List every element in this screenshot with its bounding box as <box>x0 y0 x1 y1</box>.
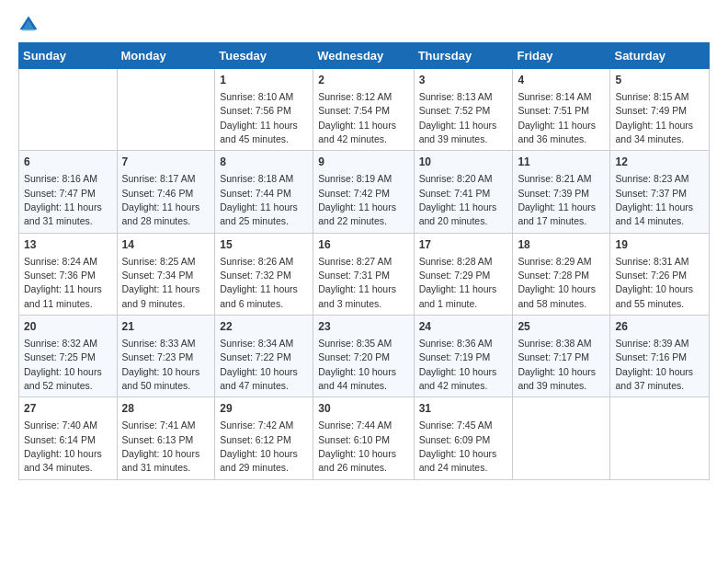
day-number: 2 <box>318 73 408 88</box>
day-cell: 7Sunrise: 8:17 AM Sunset: 7:46 PM Daylig… <box>117 151 215 233</box>
day-number: 19 <box>615 237 704 253</box>
day-number: 12 <box>615 155 704 170</box>
day-number: 15 <box>220 237 308 253</box>
day-cell: 26Sunrise: 8:39 AM Sunset: 7:16 PM Dayli… <box>610 316 710 397</box>
day-number: 17 <box>419 237 508 253</box>
weekday-header-row: SundayMondayTuesdayWednesdayThursdayFrid… <box>19 43 710 69</box>
day-number: 14 <box>122 237 210 253</box>
header <box>18 15 710 35</box>
day-cell: 25Sunrise: 8:38 AM Sunset: 7:17 PM Dayli… <box>513 316 610 397</box>
day-cell <box>610 397 710 479</box>
day-number: 6 <box>24 155 112 170</box>
day-detail: Sunrise: 8:14 AM Sunset: 7:51 PM Dayligh… <box>518 91 596 144</box>
day-cell: 28Sunrise: 7:41 AM Sunset: 6:13 PM Dayli… <box>117 397 215 479</box>
day-number: 16 <box>318 237 408 253</box>
day-cell: 23Sunrise: 8:35 AM Sunset: 7:20 PM Dayli… <box>313 316 414 397</box>
day-cell <box>117 69 215 151</box>
day-cell: 22Sunrise: 8:34 AM Sunset: 7:22 PM Dayli… <box>215 316 313 397</box>
day-number: 30 <box>318 401 408 417</box>
week-row-4: 20Sunrise: 8:32 AM Sunset: 7:25 PM Dayli… <box>19 316 710 397</box>
day-detail: Sunrise: 8:18 AM Sunset: 7:44 PM Dayligh… <box>220 173 298 226</box>
day-cell: 21Sunrise: 8:33 AM Sunset: 7:23 PM Dayli… <box>117 316 215 397</box>
day-detail: Sunrise: 8:33 AM Sunset: 7:23 PM Dayligh… <box>122 338 200 391</box>
day-cell: 9Sunrise: 8:19 AM Sunset: 7:42 PM Daylig… <box>313 151 414 233</box>
day-detail: Sunrise: 8:31 AM Sunset: 7:26 PM Dayligh… <box>615 256 693 309</box>
day-detail: Sunrise: 8:23 AM Sunset: 7:37 PM Dayligh… <box>615 173 693 226</box>
day-number: 13 <box>24 237 112 253</box>
day-number: 18 <box>518 237 605 253</box>
day-detail: Sunrise: 8:38 AM Sunset: 7:17 PM Dayligh… <box>518 338 596 391</box>
weekday-monday: Monday <box>117 43 215 69</box>
day-detail: Sunrise: 7:44 AM Sunset: 6:10 PM Dayligh… <box>318 419 396 473</box>
day-number: 4 <box>518 73 605 88</box>
day-cell: 3Sunrise: 8:13 AM Sunset: 7:52 PM Daylig… <box>414 69 513 151</box>
day-number: 5 <box>615 73 704 88</box>
day-cell: 29Sunrise: 7:42 AM Sunset: 6:12 PM Dayli… <box>215 397 313 479</box>
logo-icon <box>18 15 39 35</box>
day-number: 7 <box>122 155 210 170</box>
day-detail: Sunrise: 8:20 AM Sunset: 7:41 PM Dayligh… <box>419 173 497 226</box>
day-cell: 24Sunrise: 8:36 AM Sunset: 7:19 PM Dayli… <box>414 316 513 397</box>
day-number: 27 <box>24 401 112 417</box>
week-row-5: 27Sunrise: 7:40 AM Sunset: 6:14 PM Dayli… <box>19 397 710 479</box>
day-cell: 27Sunrise: 7:40 AM Sunset: 6:14 PM Dayli… <box>19 397 118 479</box>
day-number: 23 <box>318 319 408 335</box>
day-detail: Sunrise: 8:16 AM Sunset: 7:47 PM Dayligh… <box>24 173 102 226</box>
day-cell: 12Sunrise: 8:23 AM Sunset: 7:37 PM Dayli… <box>610 151 710 233</box>
day-detail: Sunrise: 8:19 AM Sunset: 7:42 PM Dayligh… <box>318 173 396 226</box>
day-detail: Sunrise: 7:41 AM Sunset: 6:13 PM Dayligh… <box>122 419 200 473</box>
day-cell: 20Sunrise: 8:32 AM Sunset: 7:25 PM Dayli… <box>19 316 118 397</box>
day-cell <box>19 69 118 151</box>
day-cell: 1Sunrise: 8:10 AM Sunset: 7:56 PM Daylig… <box>215 69 313 151</box>
day-number: 21 <box>122 319 210 335</box>
day-cell: 17Sunrise: 8:28 AM Sunset: 7:29 PM Dayli… <box>414 233 513 315</box>
day-number: 25 <box>518 319 605 335</box>
day-cell: 18Sunrise: 8:29 AM Sunset: 7:28 PM Dayli… <box>513 233 610 315</box>
day-detail: Sunrise: 8:21 AM Sunset: 7:39 PM Dayligh… <box>518 173 596 226</box>
day-cell: 5Sunrise: 8:15 AM Sunset: 7:49 PM Daylig… <box>610 69 710 151</box>
day-number: 24 <box>419 319 508 335</box>
day-detail: Sunrise: 8:10 AM Sunset: 7:56 PM Dayligh… <box>220 91 298 144</box>
day-cell: 8Sunrise: 8:18 AM Sunset: 7:44 PM Daylig… <box>215 151 313 233</box>
day-number: 20 <box>24 319 112 335</box>
day-cell: 30Sunrise: 7:44 AM Sunset: 6:10 PM Dayli… <box>313 397 414 479</box>
day-cell: 31Sunrise: 7:45 AM Sunset: 6:09 PM Dayli… <box>414 397 513 479</box>
day-cell: 14Sunrise: 8:25 AM Sunset: 7:34 PM Dayli… <box>117 233 215 315</box>
day-detail: Sunrise: 8:34 AM Sunset: 7:22 PM Dayligh… <box>220 338 298 391</box>
logo <box>18 15 42 35</box>
week-row-3: 13Sunrise: 8:24 AM Sunset: 7:36 PM Dayli… <box>19 233 710 315</box>
day-number: 26 <box>615 319 704 335</box>
day-detail: Sunrise: 8:17 AM Sunset: 7:46 PM Dayligh… <box>122 173 200 226</box>
day-number: 8 <box>220 155 308 170</box>
day-cell: 11Sunrise: 8:21 AM Sunset: 7:39 PM Dayli… <box>513 151 610 233</box>
day-number: 11 <box>518 155 605 170</box>
day-detail: Sunrise: 8:28 AM Sunset: 7:29 PM Dayligh… <box>419 256 497 309</box>
page: SundayMondayTuesdayWednesdayThursdayFrid… <box>0 0 728 495</box>
day-detail: Sunrise: 8:24 AM Sunset: 7:36 PM Dayligh… <box>24 256 102 309</box>
day-cell <box>513 397 610 479</box>
weekday-wednesday: Wednesday <box>313 43 414 69</box>
day-number: 29 <box>220 401 308 417</box>
day-detail: Sunrise: 8:27 AM Sunset: 7:31 PM Dayligh… <box>318 256 396 309</box>
day-cell: 16Sunrise: 8:27 AM Sunset: 7:31 PM Dayli… <box>313 233 414 315</box>
weekday-friday: Friday <box>513 43 610 69</box>
day-detail: Sunrise: 8:13 AM Sunset: 7:52 PM Dayligh… <box>419 91 497 144</box>
day-detail: Sunrise: 8:39 AM Sunset: 7:16 PM Dayligh… <box>615 338 693 391</box>
day-detail: Sunrise: 8:25 AM Sunset: 7:34 PM Dayligh… <box>122 256 200 309</box>
day-detail: Sunrise: 7:45 AM Sunset: 6:09 PM Dayligh… <box>419 419 497 473</box>
day-cell: 4Sunrise: 8:14 AM Sunset: 7:51 PM Daylig… <box>513 69 610 151</box>
day-number: 10 <box>419 155 508 170</box>
day-cell: 13Sunrise: 8:24 AM Sunset: 7:36 PM Dayli… <box>19 233 118 315</box>
weekday-saturday: Saturday <box>610 43 710 69</box>
day-cell: 15Sunrise: 8:26 AM Sunset: 7:32 PM Dayli… <box>215 233 313 315</box>
week-row-2: 6Sunrise: 8:16 AM Sunset: 7:47 PM Daylig… <box>19 151 710 233</box>
day-detail: Sunrise: 8:29 AM Sunset: 7:28 PM Dayligh… <box>518 256 596 309</box>
day-detail: Sunrise: 8:15 AM Sunset: 7:49 PM Dayligh… <box>615 91 693 144</box>
day-number: 3 <box>419 73 508 88</box>
day-number: 22 <box>220 319 308 335</box>
day-number: 1 <box>220 73 308 88</box>
day-cell: 10Sunrise: 8:20 AM Sunset: 7:41 PM Dayli… <box>414 151 513 233</box>
day-number: 31 <box>419 401 508 417</box>
weekday-tuesday: Tuesday <box>215 43 313 69</box>
day-detail: Sunrise: 8:32 AM Sunset: 7:25 PM Dayligh… <box>24 338 102 391</box>
